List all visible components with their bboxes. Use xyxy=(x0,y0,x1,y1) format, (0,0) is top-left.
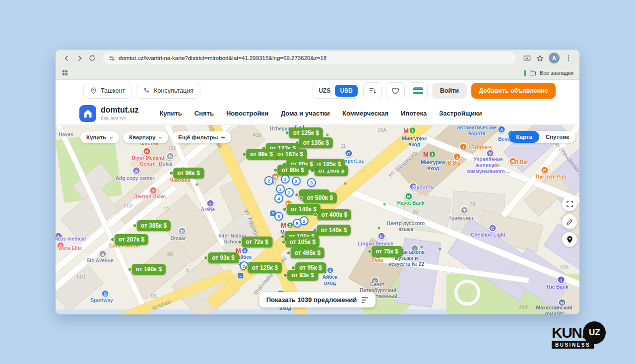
fullscreen-button[interactable] xyxy=(562,196,577,211)
nav-item-developers[interactable]: Застройщики xyxy=(439,110,482,117)
folder-icon xyxy=(529,70,536,76)
forward-button[interactable] xyxy=(73,52,85,64)
price-label[interactable]: от 385к $ xyxy=(137,220,171,231)
metro-entrance-label: Мингурюквход xyxy=(402,136,427,148)
nav-item-mortgage[interactable]: Ипотека xyxy=(401,110,427,117)
price-label[interactable]: от 135к $ xyxy=(299,137,333,148)
price-label[interactable]: от 75к $ xyxy=(372,246,402,257)
menu-button[interactable] xyxy=(563,52,574,64)
house-number: 10A xyxy=(560,265,569,270)
house-number: 14/2 xyxy=(123,204,132,209)
nav-item-commercial[interactable]: Коммерческая xyxy=(342,110,388,117)
plus-icon xyxy=(221,135,225,140)
poi-label: Dmaar xyxy=(170,236,186,242)
poi-icon: У xyxy=(486,149,495,158)
poi-icon: + xyxy=(149,186,158,195)
back-button[interactable] xyxy=(61,52,72,64)
filter-more[interactable]: Ещё фильтры xyxy=(172,131,231,143)
price-label[interactable]: от 93к $ xyxy=(208,252,239,263)
poi-label: Dukat xyxy=(159,161,173,167)
price-label[interactable]: от 207к $ xyxy=(115,234,148,245)
bookmark-star-button[interactable] xyxy=(534,52,546,64)
all-bookmarks-label[interactable]: Все закладки xyxy=(540,70,573,76)
cluster-marker[interactable]: 2 xyxy=(264,176,273,185)
filter-property-type[interactable]: Квартиру xyxy=(123,131,168,143)
filter-deal-type[interactable]: Купить xyxy=(80,131,119,143)
currency-uzs[interactable]: UZS xyxy=(314,87,335,94)
house-number: 126 xyxy=(168,146,177,151)
map-area[interactable]: ул. ШахрисабзShahrisabz ko'chasiул. Афро… xyxy=(56,125,579,314)
poi-label: IB Bar xyxy=(513,160,528,166)
poi-label: Chekhov Light xyxy=(471,232,505,238)
show-offers-label: Показать 1039 предложений xyxy=(266,296,357,303)
currency-usd[interactable]: USD xyxy=(335,85,357,97)
show-offers-button[interactable]: Показать 1039 предложений xyxy=(259,292,376,307)
sort-button[interactable] xyxy=(363,82,382,99)
view-satellite-button[interactable]: Спутник xyxy=(539,131,575,143)
poi-label: автоматическиеворота xyxy=(457,125,497,137)
price-label[interactable]: от 140к $ xyxy=(317,225,351,236)
poi-label: Aura Elite xyxy=(59,245,82,251)
cluster-marker[interactable]: 2 xyxy=(300,216,309,225)
chevron-down-icon xyxy=(109,136,113,139)
price-label[interactable]: от 105к $ xyxy=(286,237,319,247)
site-logo[interactable]: domtut.uz Ваш дом тут! xyxy=(79,105,138,122)
nav-item-buy[interactable]: Купить xyxy=(159,110,182,117)
price-label[interactable]: от 465к $ xyxy=(291,247,324,258)
nav-item-newbuilds[interactable]: Новостройки xyxy=(226,110,268,117)
language-button[interactable] xyxy=(409,82,428,99)
url-text: domtut.uz/kvartiri-na-karte?district=mir… xyxy=(119,55,326,61)
cluster-marker[interactable]: 2 xyxy=(292,177,301,185)
price-label[interactable]: от 125к $ xyxy=(289,127,323,138)
login-button[interactable]: Войти xyxy=(432,83,467,99)
profile-avatar[interactable]: A xyxy=(549,53,560,63)
tree-dot xyxy=(439,248,442,250)
poi-label: Гави xyxy=(372,258,383,264)
star-icon xyxy=(536,55,544,62)
address-bar[interactable]: domtut.uz/kvartiri-na-karte?district=mir… xyxy=(103,52,516,64)
tree-dot xyxy=(326,134,329,136)
city-selector[interactable]: Ташкент xyxy=(83,83,132,99)
poi-label: Havas xyxy=(59,132,73,138)
save-page-button[interactable] xyxy=(521,52,533,64)
price-label[interactable]: от 88к $ xyxy=(246,149,277,160)
price-label[interactable]: от 96к $ xyxy=(173,168,204,179)
cluster-marker[interactable]: 4 xyxy=(274,194,283,203)
apps-grid-icon[interactable] xyxy=(63,70,64,72)
reload-icon xyxy=(89,55,96,61)
price-label[interactable]: от 125к $ xyxy=(248,262,282,273)
bookmarks-bar: Все закладки xyxy=(56,66,579,80)
cluster-marker[interactable]: 5 xyxy=(307,178,316,187)
poi-icon: J xyxy=(453,153,461,161)
cluster-marker[interactable]: 3 xyxy=(281,175,290,183)
price-label[interactable]: от 190к $ xyxy=(132,264,166,275)
nav-item-houses[interactable]: Дома и участки xyxy=(281,110,330,117)
draw-area-button[interactable] xyxy=(562,214,577,229)
nav-item-rent[interactable]: Снять xyxy=(194,110,214,117)
price-label[interactable]: от 93к $ xyxy=(287,270,318,281)
price-label[interactable]: от 90к $ xyxy=(277,165,308,176)
price-label[interactable]: от 72к $ xyxy=(242,237,272,247)
cluster-marker[interactable]: 2 xyxy=(285,188,294,197)
house-number: 12 xyxy=(163,207,169,212)
cluster-marker[interactable]: 3 xyxy=(276,184,285,193)
favorites-button[interactable] xyxy=(386,82,405,99)
house-number: 20 xyxy=(412,209,418,215)
browser-window: domtut.uz/kvartiri-na-karte?district=mir… xyxy=(56,50,579,314)
site-header: Ташкент Консультация UZS USD Войти Добав… xyxy=(56,80,579,102)
poi-label: Махаллинскийкомитет xyxy=(536,305,572,314)
cluster-marker[interactable]: 6 xyxy=(274,212,283,221)
view-map-button[interactable]: Карта xyxy=(509,131,539,143)
house-number: 28 xyxy=(469,202,475,207)
consult-button[interactable]: Консультация xyxy=(136,83,200,99)
price-label[interactable]: от 500к $ xyxy=(303,192,337,203)
price-label[interactable]: от 400к $ xyxy=(318,209,351,220)
price-label[interactable]: от 167к $ xyxy=(273,149,307,160)
locate-me-button[interactable] xyxy=(562,232,577,247)
add-listing-button[interactable]: Добавить объявление xyxy=(471,83,556,99)
main-nav: Купить Снять Новостройки Дома и участки … xyxy=(159,110,482,117)
list-view-icon xyxy=(361,297,369,303)
chevron-down-icon xyxy=(158,136,162,139)
reload-button[interactable] xyxy=(86,52,98,64)
poi-label: Adg copy center xyxy=(116,176,154,182)
